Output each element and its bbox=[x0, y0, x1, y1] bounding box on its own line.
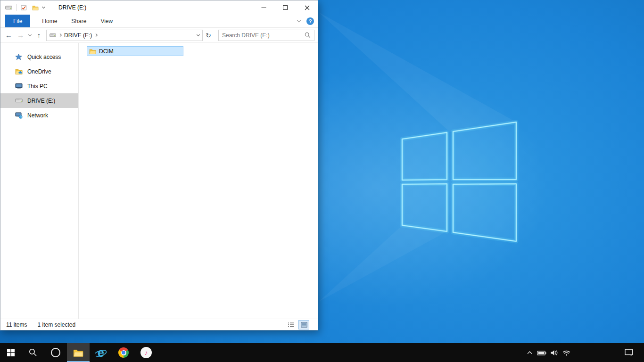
sidebar-item-label: OneDrive bbox=[27, 68, 51, 75]
cortana-button[interactable] bbox=[44, 343, 67, 362]
search-icon bbox=[29, 348, 37, 357]
breadcrumb-chevron-icon[interactable] bbox=[58, 33, 62, 37]
sidebar-item-this-pc[interactable]: This PC bbox=[0, 79, 78, 93]
qat-separator bbox=[16, 4, 17, 11]
quick-access-toolbar bbox=[0, 4, 45, 12]
cortana-icon bbox=[51, 348, 60, 357]
battery-button[interactable] bbox=[536, 343, 548, 362]
chrome-icon bbox=[118, 347, 129, 358]
sidebar-item-drive-e[interactable]: DRIVE (E:) bbox=[0, 93, 78, 108]
close-button[interactable] bbox=[296, 0, 318, 15]
address-bar[interactable]: DRIVE (E:) bbox=[46, 30, 203, 41]
titlebar[interactable]: DRIVE (E:) bbox=[0, 0, 318, 15]
action-center-icon bbox=[625, 349, 633, 356]
network-icon bbox=[15, 111, 23, 119]
maximize-button[interactable] bbox=[274, 0, 296, 15]
battery-icon bbox=[537, 350, 546, 356]
sidebar-item-label: Network bbox=[27, 112, 48, 119]
qat-new-folder-icon[interactable] bbox=[31, 4, 39, 12]
desktop[interactable]: DRIVE (E:) File Home Share View ? bbox=[0, 0, 644, 362]
status-bar: 11 items 1 item selected bbox=[0, 319, 318, 330]
drive-icon bbox=[15, 97, 23, 105]
search-box bbox=[218, 30, 314, 41]
back-button[interactable]: ← bbox=[3, 32, 15, 39]
internet-explorer-icon: e bbox=[95, 346, 107, 359]
window-drive-icon bbox=[5, 4, 13, 12]
sidebar-item-onedrive[interactable]: OneDrive bbox=[0, 64, 78, 79]
chevron-up-icon bbox=[527, 350, 533, 355]
itunes-button[interactable]: ♪ bbox=[135, 343, 157, 362]
taskbar: e ♪ bbox=[0, 343, 644, 362]
system-tray bbox=[523, 343, 644, 362]
start-button[interactable] bbox=[0, 343, 22, 362]
computer-icon bbox=[15, 82, 23, 90]
file-list[interactable]: DCIM bbox=[79, 43, 318, 319]
sidebar-item-label: DRIVE (E:) bbox=[27, 98, 55, 104]
tab-home[interactable]: Home bbox=[35, 15, 64, 27]
star-icon bbox=[15, 53, 23, 61]
network-wifi-button[interactable] bbox=[560, 343, 572, 362]
speaker-icon bbox=[551, 350, 558, 356]
windows-logo-icon bbox=[7, 349, 15, 356]
ribbon-tab-strip: File Home Share View ? bbox=[0, 15, 318, 28]
internet-explorer-button[interactable]: e bbox=[90, 343, 112, 362]
breadcrumb-chevron-icon[interactable] bbox=[94, 33, 98, 37]
view-toggles bbox=[285, 320, 309, 329]
window-controls bbox=[253, 0, 318, 15]
onedrive-folder-icon bbox=[15, 67, 23, 75]
file-explorer-window: DRIVE (E:) File Home Share View ? bbox=[0, 0, 318, 330]
navigation-bar: ← → ↑ DRIVE (E:) ↻ bbox=[0, 28, 318, 43]
tab-share[interactable]: Share bbox=[64, 15, 93, 27]
chrome-button[interactable] bbox=[112, 343, 135, 362]
volume-button[interactable] bbox=[548, 343, 560, 362]
help-icon[interactable]: ? bbox=[306, 17, 314, 25]
large-icons-view-button[interactable] bbox=[298, 320, 309, 329]
wifi-icon bbox=[562, 350, 570, 356]
refresh-button[interactable]: ↻ bbox=[203, 32, 214, 39]
file-item-dcim[interactable]: DCIM bbox=[87, 46, 183, 56]
sidebar-item-quick-access[interactable]: Quick access bbox=[0, 49, 78, 64]
file-item-label: DCIM bbox=[99, 48, 114, 55]
up-button[interactable]: ↑ bbox=[33, 32, 45, 39]
action-center-button[interactable] bbox=[619, 343, 638, 362]
taskbar-search-button[interactable] bbox=[22, 343, 44, 362]
taskbar-file-explorer-button[interactable] bbox=[67, 343, 90, 362]
details-view-button[interactable] bbox=[285, 320, 296, 329]
breadcrumb-drive[interactable]: DRIVE (E:) bbox=[64, 32, 92, 39]
window-title: DRIVE (E:) bbox=[58, 4, 86, 11]
navigation-pane: Quick access OneDrive This PC bbox=[0, 43, 79, 319]
sidebar-item-label: Quick access bbox=[27, 54, 61, 60]
hidden-icons-button[interactable] bbox=[523, 343, 536, 362]
file-explorer-icon bbox=[73, 349, 83, 357]
recent-locations-chevron-icon[interactable] bbox=[26, 35, 33, 36]
sidebar-item-network[interactable]: Network bbox=[0, 108, 78, 123]
search-input[interactable] bbox=[219, 32, 305, 39]
qat-customize-chevron-icon[interactable] bbox=[42, 5, 45, 8]
forward-button: → bbox=[15, 32, 26, 39]
folder-icon bbox=[89, 47, 96, 55]
expand-ribbon-chevron-icon[interactable] bbox=[297, 18, 301, 22]
search-icon[interactable] bbox=[305, 32, 311, 38]
address-history-chevron-icon[interactable] bbox=[197, 33, 200, 36]
minimize-button[interactable] bbox=[253, 0, 274, 15]
itunes-icon: ♪ bbox=[140, 347, 152, 358]
selected-count: 1 item selected bbox=[37, 321, 75, 328]
address-drive-icon bbox=[50, 31, 56, 39]
tab-view[interactable]: View bbox=[93, 15, 120, 27]
tab-file[interactable]: File bbox=[5, 15, 30, 27]
qat-properties-icon[interactable] bbox=[20, 4, 28, 12]
sidebar-item-label: This PC bbox=[27, 83, 48, 90]
items-count: 11 items bbox=[6, 321, 27, 328]
